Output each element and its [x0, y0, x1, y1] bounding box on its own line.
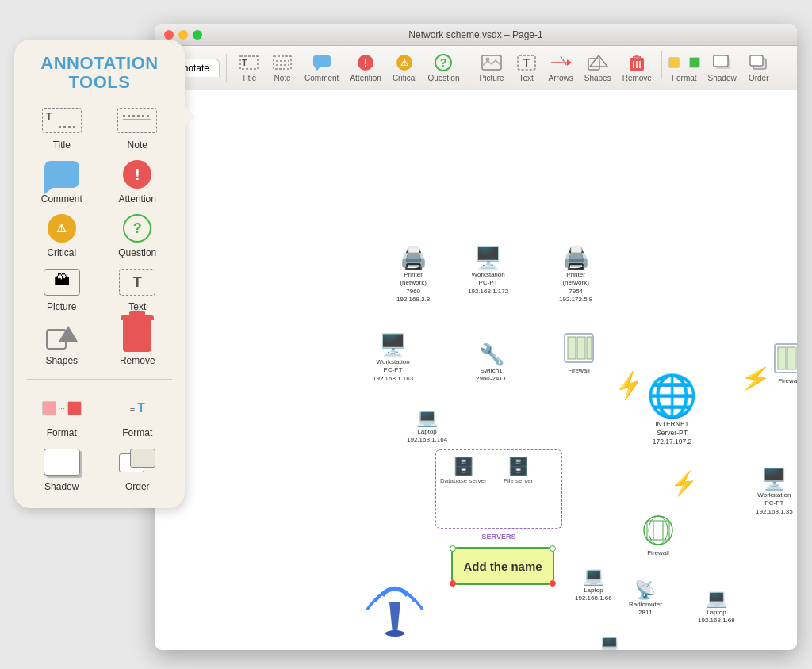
toolbar-comment[interactable]: Comment — [300, 51, 343, 86]
toolbar-question-label: Question — [427, 74, 459, 82]
toolbar-shapes-label: Shapes — [584, 74, 611, 82]
tool-text[interactable]: T Text — [103, 266, 173, 312]
svg-rect-20 — [588, 59, 599, 70]
tool-shadow-label: Shadow — [44, 481, 79, 492]
lightning-3: ⚡ — [669, 470, 699, 499]
order-icon — [116, 446, 159, 478]
comment-icon — [40, 159, 83, 190]
toolbar-note[interactable]: Note — [266, 51, 298, 86]
node-radiorouter[interactable]: 📡 Radiorouter2811 — [629, 580, 662, 617]
canvas-area[interactable]: ⚡ ⚡ ⚡ 🌐 INTERNETServer-PT172.17.197.2 🖨️… — [155, 90, 797, 650]
node-db-server[interactable]: 🗄️ Database server — [440, 457, 487, 485]
node-wifi[interactable] — [359, 558, 431, 640]
svg-rect-30 — [714, 55, 728, 67]
tool-format-text[interactable]: ≡ T Format — [103, 392, 173, 438]
handle-br[interactable] — [550, 580, 556, 587]
svg-rect-57 — [778, 347, 786, 369]
maximize-button[interactable] — [193, 30, 202, 40]
node-workstation2[interactable]: 🖥️ WorkstationPC-PT192.168.1.163 — [373, 332, 413, 383]
toolbar-title-label: Title — [242, 74, 257, 82]
toolbar-note-icon — [271, 54, 293, 71]
text-icon: T — [116, 266, 159, 298]
svg-marker-65 — [389, 602, 400, 633]
tool-format-text-label: Format — [122, 427, 152, 438]
annotation-text: Add the name — [463, 560, 542, 573]
svg-point-64 — [649, 516, 668, 545]
format-color-icon: ··· — [40, 392, 83, 424]
node-printer2[interactable]: 🖨️ Printer(network)7954192.172.5.8 — [559, 245, 592, 304]
node-firewall2[interactable]: Firewall — [773, 342, 797, 384]
toolbar-arrows[interactable]: Arrows — [544, 51, 578, 86]
toolbar-picture[interactable]: Picture — [474, 51, 508, 86]
window-title: Network scheme.vsdx – Page-1 — [212, 29, 740, 40]
tool-note-label: Note — [128, 140, 147, 151]
tool-format-color[interactable]: ··· Format — [27, 392, 97, 438]
svg-text:?: ? — [440, 56, 447, 69]
toolbar-question[interactable]: ? Question — [423, 51, 464, 86]
tool-note[interactable]: Note — [103, 105, 173, 151]
svg-marker-18 — [567, 59, 572, 66]
title-icon — [40, 105, 83, 136]
node-laptop2[interactable]: 💻 Laptop192.168.1.66 — [575, 566, 612, 603]
toolbar-order-icon — [748, 54, 770, 71]
tool-title-label: Title — [53, 140, 71, 151]
node-laptop4[interactable]: 💻 Laptop192.168.1.67 — [591, 633, 628, 650]
tools-grid: Title Note Comment ! Att — [27, 105, 172, 492]
tool-question[interactable]: ? Question — [103, 212, 173, 258]
tool-shapes-label: Shapes — [45, 355, 78, 366]
toolbar-text[interactable]: T Text — [511, 51, 542, 86]
annotation-box[interactable]: Add the name — [451, 547, 554, 585]
tool-order[interactable]: Order — [103, 446, 173, 492]
toolbar-comment-icon — [311, 54, 333, 71]
node-firewall1[interactable]: Firewall — [563, 332, 595, 374]
tool-title[interactable]: Title — [27, 105, 97, 151]
handle-tl[interactable] — [450, 545, 456, 552]
svg-rect-5 — [313, 55, 331, 67]
toolbar-shapes-icon — [587, 54, 609, 71]
svg-rect-32 — [750, 55, 763, 66]
svg-text:⚠: ⚠ — [400, 58, 408, 67]
tool-picture-label: Picture — [47, 301, 76, 312]
handle-tr[interactable] — [550, 545, 556, 552]
node-printer1[interactable]: 🖨️ Printer(network)7960192.168.2.8 — [396, 245, 430, 304]
tool-critical-label: Critical — [47, 247, 76, 258]
svg-point-60 — [644, 516, 672, 545]
tool-remove[interactable]: Remove — [103, 320, 173, 366]
toolbar-title[interactable]: T Title — [233, 51, 265, 86]
tool-critical[interactable]: ⚠ Critical — [27, 212, 97, 258]
toolbar-format-color-icon: ··· — [673, 54, 695, 71]
toolbar-title-icon: T — [238, 54, 260, 71]
toolbar-order[interactable]: Order — [743, 51, 775, 86]
toolbar-shadow[interactable]: Shadow — [703, 51, 741, 86]
tool-question-label: Question — [118, 247, 156, 258]
toolbar-critical-label: Critical — [393, 74, 417, 82]
toolbar-remove[interactable]: Remove — [618, 51, 657, 86]
minimize-button[interactable] — [178, 30, 188, 40]
lightning-2: ⚡ — [739, 361, 773, 394]
node-firewall3[interactable]: Firewall — [642, 514, 674, 556]
toolbar-attention[interactable]: ! Attention — [345, 51, 385, 86]
toolbar-separator-1 — [226, 54, 227, 82]
toolbar-arrows-label: Arrows — [549, 74, 573, 82]
tool-shapes[interactable]: Shapes — [27, 320, 97, 366]
tool-comment[interactable]: Comment — [27, 159, 97, 205]
node-workstation3[interactable]: 🖥️ WorkstationPC-PT192.168.1.35 — [756, 467, 793, 516]
toolbar-shapes[interactable]: Shapes — [580, 51, 616, 86]
node-laptop1[interactable]: 💻 Laptop192.168.1.164 — [407, 407, 447, 445]
node-workstation1[interactable]: 🖥️ WorkstationPC-PT192.168.1.172 — [468, 245, 508, 296]
toolbar-critical[interactable]: ⚠ Critical — [388, 51, 422, 86]
node-switch1[interactable]: 🔧 Switch12960-24TT — [476, 342, 507, 384]
toolbar-picture-label: Picture — [479, 74, 504, 82]
handle-bl[interactable] — [450, 580, 456, 587]
tool-picture[interactable]: Picture — [27, 266, 97, 312]
node-laptop3[interactable]: 💻 Laptop192.168.1.68 — [698, 588, 735, 625]
toolbar-format-color[interactable]: ··· Format — [667, 51, 702, 86]
close-button[interactable] — [164, 30, 174, 40]
node-file-server[interactable]: 🗄️ File server — [504, 457, 533, 485]
node-internet[interactable]: 🌐 INTERNETServer-PT172.17.197.2 — [646, 372, 698, 446]
tool-order-label: Order — [125, 481, 150, 492]
shapes-icon — [40, 320, 83, 352]
tool-shadow[interactable]: Shadow — [27, 446, 97, 492]
toolbar-shadow-label: Shadow — [708, 74, 737, 82]
tool-attention[interactable]: ! Attention — [103, 159, 173, 205]
